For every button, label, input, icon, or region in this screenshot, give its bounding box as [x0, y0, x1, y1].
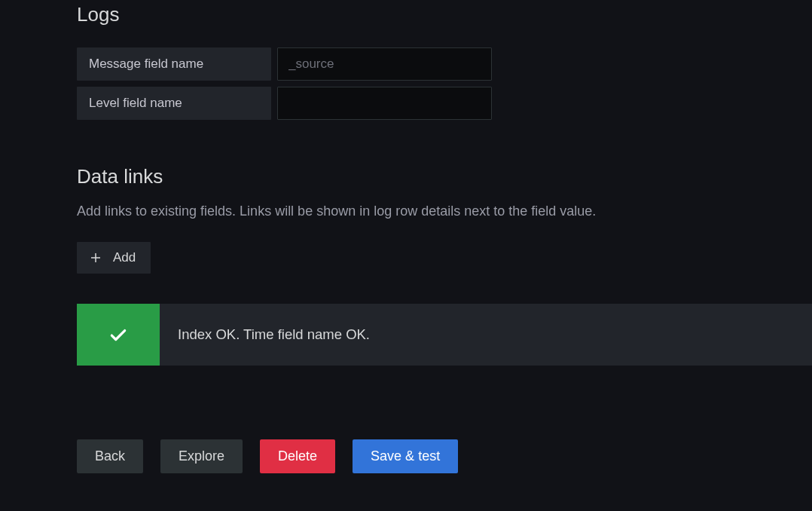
message-field-row: Message field name	[77, 47, 812, 81]
explore-button[interactable]: Explore	[160, 439, 243, 473]
plus-icon	[89, 251, 102, 265]
button-row: Back Explore Delete Save & test	[77, 439, 812, 473]
alert-icon-box	[77, 304, 160, 366]
message-field-label: Message field name	[77, 47, 271, 81]
level-field-input[interactable]	[277, 87, 492, 120]
level-field-label: Level field name	[77, 87, 271, 120]
check-icon	[108, 325, 128, 344]
data-links-description: Add links to existing fields. Links will…	[77, 202, 812, 221]
alert-message: Index OK. Time field name OK.	[160, 304, 388, 366]
delete-button[interactable]: Delete	[260, 439, 335, 473]
back-button[interactable]: Back	[77, 439, 143, 473]
add-button-label: Add	[113, 250, 136, 265]
data-links-section-title: Data links	[77, 165, 812, 188]
add-button[interactable]: Add	[77, 242, 151, 274]
logs-section-title: Logs	[77, 3, 812, 26]
message-field-input[interactable]	[277, 47, 492, 81]
level-field-row: Level field name	[77, 87, 812, 120]
save-test-button[interactable]: Save & test	[353, 439, 458, 473]
success-alert: Index OK. Time field name OK.	[77, 304, 812, 366]
